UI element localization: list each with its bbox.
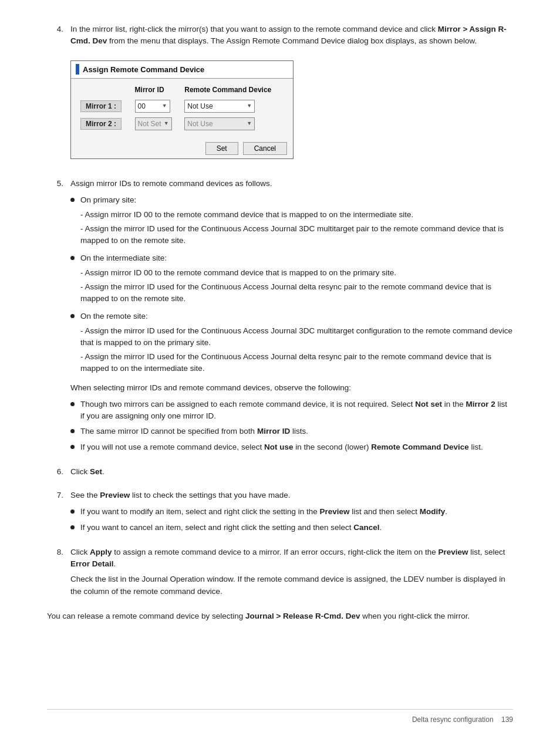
bullet-remote: On the remote site: - Assign the mirror … bbox=[70, 310, 513, 377]
step-6-content: Click Set. bbox=[70, 466, 513, 481]
observe-2-content: The same mirror ID cannot be specified f… bbox=[80, 426, 308, 437]
intermediate-sub: - Assign mirror ID 00 to the remote comm… bbox=[80, 267, 513, 305]
dialog-body: Mirror ID Remote Command Device Mirror 1… bbox=[71, 79, 293, 139]
observe-1-content: Though two mirrors can be assigned to ea… bbox=[80, 399, 513, 423]
col-empty bbox=[77, 83, 131, 97]
intermediate-label: On the intermediate site: bbox=[80, 252, 513, 264]
mirror1-label: Mirror 1 : bbox=[80, 100, 122, 112]
step-5-content: Assign mirror IDs to remote command devi… bbox=[70, 178, 513, 458]
step-8: 8. Click Apply to assign a remote comman… bbox=[47, 546, 513, 601]
primary-sub-2: - Assign the mirror ID used for the Cont… bbox=[80, 223, 513, 247]
remote-sub: - Assign the mirror ID used for the Cont… bbox=[80, 325, 513, 375]
step-6-number: 6. bbox=[47, 466, 63, 481]
bullet-remote-content: On the remote site: - Assign the mirror … bbox=[80, 310, 513, 377]
remote-sub-1: - Assign the mirror ID used for the Cont… bbox=[80, 325, 513, 349]
mirror2-id-select[interactable]: Not Set ▼ bbox=[135, 117, 172, 130]
step-4-content: In the mirror list, right-click the mirr… bbox=[70, 23, 513, 170]
final-note: You can release a remote command device … bbox=[47, 610, 513, 622]
col-mirror-id: Mirror ID bbox=[131, 83, 181, 97]
step-8-extra: Check the list in the Journal Operation … bbox=[70, 573, 513, 598]
step-6: 6. Click Set. bbox=[47, 466, 513, 481]
step-4: 4. In the mirror list, right-click the m… bbox=[47, 23, 513, 170]
footer-text: Delta resync configuration 139 bbox=[412, 714, 513, 725]
step-7-content: See the Preview list to check the settin… bbox=[70, 490, 513, 538]
dialog-buttons: Set Cancel bbox=[71, 139, 293, 158]
bullet-intermediate-content: On the intermediate site: - Assign mirro… bbox=[80, 252, 513, 307]
step-6-text: Click Set. bbox=[70, 466, 513, 478]
step-7-text: See the Preview list to check the settin… bbox=[70, 490, 513, 501]
step-7-dot-2 bbox=[70, 525, 75, 529]
cancel-button[interactable]: Cancel bbox=[243, 142, 287, 155]
mirror1-id-select[interactable]: 00 ▼ bbox=[135, 100, 170, 113]
mirror1-row: Mirror 1 : 00 ▼ Not Use bbox=[77, 97, 287, 115]
observe-dot-3 bbox=[70, 445, 75, 449]
intermediate-sub-2: - Assign the mirror ID used for the Cont… bbox=[80, 281, 513, 305]
remote-sub-2: - Assign the mirror ID used for the Cont… bbox=[80, 351, 513, 375]
bullet-primary-content: On primary site: - Assign mirror ID 00 t… bbox=[80, 194, 513, 249]
primary-sub: - Assign mirror ID 00 to the remote comm… bbox=[80, 209, 513, 247]
mirror1-id-arrow: ▼ bbox=[162, 102, 167, 110]
step-5: 5. Assign mirror IDs to remote command d… bbox=[47, 178, 513, 458]
dialog-title-text: Assign Remote Command Device bbox=[83, 64, 204, 76]
step-4-text: In the mirror list, right-click the mirr… bbox=[70, 23, 513, 48]
mirror2-row: Mirror 2 : Not Set ▼ Not Use bbox=[77, 115, 287, 133]
footer: Delta resync configuration 139 bbox=[47, 709, 513, 725]
dialog-table: Mirror ID Remote Command Device Mirror 1… bbox=[77, 83, 287, 133]
step-7-dot-1 bbox=[70, 509, 75, 514]
bullet-dot-intermediate bbox=[70, 256, 75, 260]
bullet-dot-remote bbox=[70, 314, 75, 318]
observe-bullets: Though two mirrors can be assigned to ea… bbox=[70, 399, 513, 453]
step-8-number: 8. bbox=[47, 546, 63, 601]
step-5-intro: Assign mirror IDs to remote command devi… bbox=[70, 178, 513, 190]
mirror2-remote-select[interactable]: Not Use ▼ bbox=[184, 117, 255, 130]
observe-bullet-2: The same mirror ID cannot be specified f… bbox=[70, 426, 513, 437]
observe-dot-1 bbox=[70, 402, 75, 406]
observe-bullet-1: Though two mirrors can be assigned to ea… bbox=[70, 399, 513, 423]
mirror2-remote-arrow: ▼ bbox=[247, 120, 252, 128]
set-button[interactable]: Set bbox=[205, 142, 238, 155]
mirror1-remote-select[interactable]: Not Use ▼ bbox=[184, 100, 255, 113]
assign-remote-command-dialog: Assign Remote Command Device Mirror ID R… bbox=[70, 60, 294, 160]
bullet-dot-primary bbox=[70, 198, 75, 202]
dialog-title-accent bbox=[76, 64, 79, 75]
col-remote-cmd: Remote Command Device bbox=[181, 83, 287, 97]
step-5-number: 5. bbox=[47, 178, 63, 458]
observe-intro: When selecting mirror IDs and remote com… bbox=[70, 382, 513, 394]
mirror2-label: Mirror 2 : bbox=[80, 118, 122, 130]
mirror1-remote-arrow: ▼ bbox=[247, 102, 252, 110]
mirror2-id-arrow: ▼ bbox=[164, 120, 169, 128]
observe-dot-2 bbox=[70, 429, 75, 433]
page: 4. In the mirror list, right-click the m… bbox=[0, 0, 560, 746]
step-7-bullet-2: If you want to cancel an item, select an… bbox=[70, 522, 513, 534]
bullet-primary: On primary site: - Assign mirror ID 00 t… bbox=[70, 194, 513, 249]
step-8-text: Click Apply to assign a remote command d… bbox=[70, 546, 513, 571]
step-7: 7. See the Preview list to check the set… bbox=[47, 490, 513, 538]
dialog-title-bar: Assign Remote Command Device bbox=[71, 61, 293, 79]
observe-3-content: If you will not use a remote command dev… bbox=[80, 441, 483, 453]
step-4-number: 4. bbox=[47, 23, 63, 170]
primary-label: On primary site: bbox=[80, 194, 513, 206]
observe-bullet-3: If you will not use a remote command dev… bbox=[70, 441, 513, 453]
primary-sub-1: - Assign mirror ID 00 to the remote comm… bbox=[80, 209, 513, 221]
step-8-content: Click Apply to assign a remote command d… bbox=[70, 546, 513, 601]
step-7-number: 7. bbox=[47, 490, 63, 538]
step-5-bullets: On primary site: - Assign mirror ID 00 t… bbox=[70, 194, 513, 377]
intermediate-sub-1: - Assign mirror ID 00 to the remote comm… bbox=[80, 267, 513, 279]
step-7-b1-content: If you want to modify an item, select an… bbox=[80, 506, 447, 518]
step-7-bullets: If you want to modify an item, select an… bbox=[70, 506, 513, 534]
step-7-bullet-1: If you want to modify an item, select an… bbox=[70, 506, 513, 518]
remote-label: On the remote site: bbox=[80, 310, 513, 322]
step-7-b2-content: If you want to cancel an item, select an… bbox=[80, 522, 382, 534]
bullet-intermediate: On the intermediate site: - Assign mirro… bbox=[70, 252, 513, 307]
